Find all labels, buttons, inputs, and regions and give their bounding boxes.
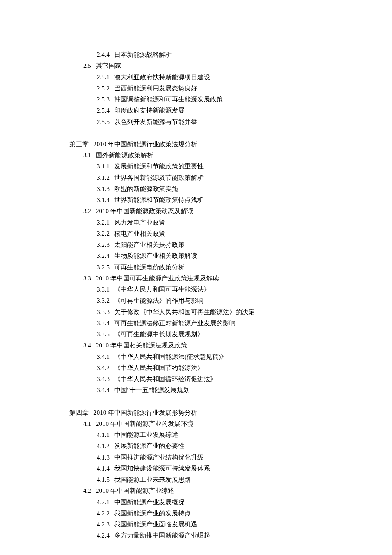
toc-entry: 3.3.3 关于修改《中华人民共和国可再生能源法》的决定	[97, 306, 349, 318]
toc-entry: 4.2.2 我国新能源产业的发展特点	[97, 508, 349, 519]
toc-title: 关于修改《中华人民共和国可再生能源法》的决定	[114, 309, 255, 315]
toc-entry: 第三章 2010 年中国新能源行业政策法规分析	[69, 139, 349, 150]
toc-entry: 4.1.1 中国能源工业发展综述	[97, 429, 349, 440]
toc-entry: 3.3.1 《中华人民共和国可再生能源法》	[97, 284, 349, 295]
toc-gap	[110, 353, 114, 360]
toc-title: 太阳能产业相关扶持政策	[114, 241, 184, 248]
toc-gap	[110, 163, 114, 170]
toc-number: 3.1	[83, 150, 91, 161]
toc-entry: 2.5.4 印度政府支持新能源发展	[97, 105, 349, 116]
toc-title: 发展新能源和节能政策的重要性	[114, 163, 204, 170]
toc-entry: 4.1 2010 年中国新能源产业的发展环境	[83, 418, 349, 429]
toc-number: 2.4.4	[97, 49, 110, 60]
toc-title: 核电产业相关政策	[114, 230, 165, 237]
toc-gap	[110, 51, 114, 58]
toc-title: 我国加快建设能源可持续发展体系	[114, 465, 210, 472]
toc-gap	[110, 264, 114, 271]
toc-title: 风力发电产业政策	[114, 219, 165, 226]
toc-gap	[110, 185, 114, 192]
toc-gap	[110, 510, 114, 517]
toc-gap	[110, 431, 114, 438]
toc-entry: 4.1.3 中国推进能源产业结构优化升级	[97, 452, 349, 463]
toc-gap	[110, 297, 114, 304]
toc-title: 《中华人民共和国可再生能源法》	[114, 286, 210, 293]
toc-title: 2010 年中国可再生能源产业政策法规及解读	[96, 275, 219, 282]
toc-title: 中国"十一五"能源发展规划	[114, 387, 190, 393]
toc-title: 2010 年中国新能源产业综述	[96, 487, 174, 494]
toc-gap	[110, 96, 114, 103]
toc-number: 3.1.3	[97, 183, 110, 194]
toc-entry: 3.2.1 风力发电产业政策	[97, 217, 349, 228]
toc-gap	[110, 442, 114, 449]
toc-title: 可再生能源法修正对新能源产业发展的影响	[114, 320, 236, 327]
toc-entry: 3.3.2 《可再生能源法》的作用与影响	[97, 295, 349, 306]
toc-number: 3.1.2	[97, 172, 110, 183]
toc-container: 2.4.4 日本新能源战略解析2.5 其它国家2.5.1 澳大利亚政府扶持新能源…	[69, 49, 349, 541]
toc-entry: 4.2.3 我国新能源产业面临发展机遇	[97, 519, 349, 530]
toc-entry: 4.2 2010 年中国新能源产业综述	[83, 485, 349, 496]
toc-number: 4.1	[83, 418, 91, 429]
toc-number: 3.3.2	[97, 295, 110, 306]
toc-entry: 2.5 其它国家	[83, 60, 349, 71]
toc-gap	[110, 119, 114, 125]
toc-title: 《可再生能源法》的作用与影响	[114, 297, 204, 304]
toc-title: 生物质能源产业相关政策解读	[114, 252, 197, 259]
toc-gap	[110, 241, 114, 248]
toc-entry: 3.2.3 太阳能产业相关扶持政策	[97, 239, 349, 250]
toc-entry: 3.2.2 核电产业相关政策	[97, 228, 349, 239]
toc-gap	[91, 62, 96, 69]
toc-number: 3.1.1	[97, 161, 110, 172]
toc-gap	[110, 320, 114, 327]
toc-entry: 3.4 2010 年中国相关能源法规及政策	[83, 340, 349, 351]
toc-gap	[91, 152, 96, 159]
toc-number: 3.3.4	[97, 318, 110, 329]
toc-title: 《中华人民共和国能源法(征求意见稿)》	[114, 353, 227, 360]
toc-gap	[110, 331, 114, 338]
toc-gap	[91, 342, 96, 349]
toc-number: 3.4.4	[97, 384, 110, 396]
toc-entry: 2.5.1 澳大利亚政府扶持新能源项目建设	[97, 72, 349, 83]
toc-gap	[110, 376, 114, 382]
toc-entry: 3.2.5 可再生能源电价政策分析	[97, 262, 349, 273]
toc-entry: 3.1 国外新能源政策解析	[83, 150, 349, 161]
toc-gap	[89, 409, 93, 416]
toc-gap	[110, 499, 114, 506]
toc-title: 其它国家	[96, 62, 121, 69]
toc-title: 印度政府支持新能源发展	[114, 107, 184, 114]
toc-title: 可再生能源电价政策分析	[114, 264, 184, 271]
toc-number: 2.5.4	[97, 105, 110, 116]
toc-title: 2010 年中国新能源行业政策法规分析	[93, 141, 197, 147]
toc-title: 以色列开发新能源与节能并举	[114, 119, 197, 125]
toc-entry: 3.4.2 《中华人民共和国节约能源法》	[97, 362, 349, 373]
toc-number: 4.1.2	[97, 440, 110, 451]
toc-title: 中国推进能源产业结构优化升级	[114, 454, 204, 461]
toc-title: 欧盟的新能源政策实施	[114, 185, 178, 192]
toc-entry: 4.2.1 中国新能源产业发展概况	[97, 497, 349, 508]
toc-number: 2.5.3	[97, 94, 110, 105]
toc-gap	[110, 219, 114, 226]
toc-gap	[91, 487, 96, 494]
toc-title: 《中华人民共和国循环经济促进法》	[114, 376, 216, 382]
toc-title: 《可再生能源中长期发展规划》	[114, 331, 204, 338]
toc-entry: 3.4.1 《中华人民共和国能源法(征求意见稿)》	[97, 351, 349, 362]
toc-number: 4.1.3	[97, 452, 110, 463]
toc-number: 3.2.3	[97, 239, 110, 250]
toc-number: 3.4.3	[97, 373, 110, 384]
toc-gap	[110, 532, 114, 539]
toc-number: 3.2.4	[97, 250, 110, 261]
toc-number: 4.2.3	[97, 519, 110, 530]
toc-number: 3.2.1	[97, 217, 110, 228]
toc-entry: 3.3.4 可再生能源法修正对新能源产业发展的影响	[97, 318, 349, 329]
toc-gap	[110, 107, 114, 114]
blank-line	[69, 396, 349, 407]
toc-number: 4.2	[83, 485, 91, 496]
toc-title: 韩国调整新能源和可再生能源发展政策	[114, 96, 223, 103]
toc-entry: 2.5.2 巴西新能源利用发展态势良好	[97, 83, 349, 94]
toc-gap	[110, 85, 114, 92]
toc-number: 3.1.4	[97, 194, 110, 205]
toc-gap	[110, 309, 114, 315]
toc-title: 日本新能源战略解析	[114, 51, 172, 58]
toc-number: 3.3.5	[97, 329, 110, 340]
toc-gap	[110, 174, 114, 181]
toc-entry: 2.4.4 日本新能源战略解析	[97, 49, 349, 60]
